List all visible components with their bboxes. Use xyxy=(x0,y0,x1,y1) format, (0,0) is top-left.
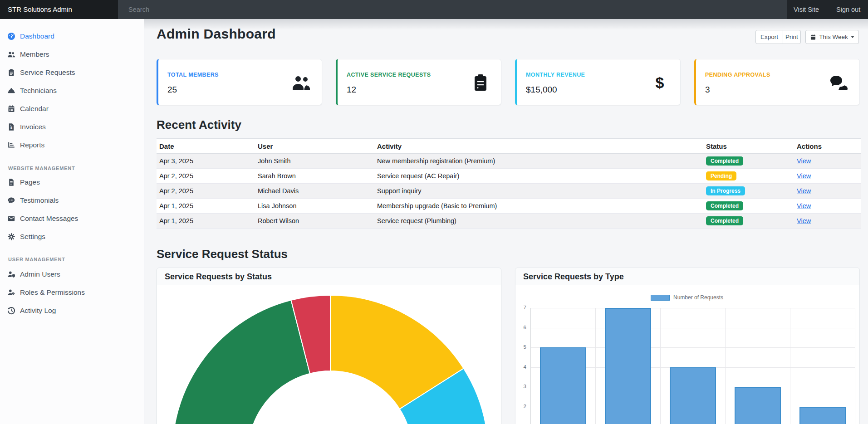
sign-out-link[interactable]: Sign out xyxy=(836,0,860,19)
sidebar-item-settings[interactable]: Settings xyxy=(0,228,144,246)
sidebar-item-service-requests[interactable]: Service Requests xyxy=(0,63,144,82)
stat-value: $15,000 xyxy=(526,85,557,95)
history-icon xyxy=(7,307,15,315)
visit-site-link[interactable]: Visit Site xyxy=(794,0,819,19)
period-label: This Week xyxy=(819,34,848,40)
period-dropdown-button[interactable]: This Week xyxy=(805,30,859,44)
sidebar-item-roles-permissions[interactable]: Roles & Permissions xyxy=(0,283,144,302)
cell-date: Apr 3, 2025 xyxy=(157,154,255,169)
recent-activity-heading: Recent Activity xyxy=(157,118,241,132)
search-input[interactable] xyxy=(118,0,787,19)
print-button[interactable]: Print xyxy=(783,30,801,44)
sidebar-item-label: Roles & Permissions xyxy=(20,283,85,302)
sidebar-item-activity-log[interactable]: Activity Log xyxy=(0,302,144,320)
page-title: Admin Dashboard xyxy=(157,26,276,42)
sidebar-item-label: Pages xyxy=(20,173,40,191)
view-link[interactable]: View xyxy=(797,157,811,165)
sidebar-item-technicians[interactable]: Technicians xyxy=(0,82,144,100)
sidebar-item-label: Technicians xyxy=(20,82,57,100)
view-link[interactable]: View xyxy=(797,202,811,210)
stat-value: 3 xyxy=(705,85,710,95)
cell-date: Apr 2, 2025 xyxy=(157,184,255,199)
users-icon xyxy=(292,73,311,92)
chart-title: Service Requests by Type xyxy=(515,268,859,285)
chart-card-requests-by-status: Service Requests by Status xyxy=(157,268,501,424)
sidebar-item-reports[interactable]: Reports xyxy=(0,136,144,154)
cell-activity: Membership upgrade (Basic to Premium) xyxy=(374,199,703,214)
cell-activity: Service request (AC Repair) xyxy=(374,169,703,184)
comments-icon xyxy=(829,73,848,92)
sidebar-section-website-management: WEBSITE MANAGEMENT xyxy=(8,166,135,171)
stat-card-active-service-requests: ACTIVE SERVICE REQUESTS 12 xyxy=(336,59,501,105)
sidebar-item-admin-users[interactable]: Admin Users xyxy=(0,265,144,283)
view-link[interactable]: View xyxy=(797,172,811,180)
dollar-sign-icon: $ xyxy=(650,73,669,92)
sidebar-item-label: Admin Users xyxy=(20,265,60,283)
column-header-date: Date xyxy=(157,139,255,154)
sidebar-section-user-management: USER MANAGEMENT xyxy=(8,257,135,262)
sidebar-item-members[interactable]: Members xyxy=(0,45,144,63)
cell-user: Lisa Johnson xyxy=(255,199,374,214)
status-badge: Completed xyxy=(706,201,743,210)
legend-swatch xyxy=(651,295,670,301)
table-row: Apr 2, 2025 Michael Davis Support inquir… xyxy=(157,184,861,199)
column-header-actions: Actions xyxy=(794,139,861,154)
comment-dots-icon xyxy=(7,196,15,205)
cell-user: John Smith xyxy=(255,154,374,169)
sidebar-item-label: Contact Messages xyxy=(20,210,78,228)
column-header-activity: Activity xyxy=(374,139,703,154)
stat-label: ACTIVE SERVICE REQUESTS xyxy=(347,72,431,78)
file-icon xyxy=(7,178,15,186)
top-navbar: STR Solutions Admin Visit Site Sign out xyxy=(0,0,868,19)
cell-activity: Service request (Plumbing) xyxy=(374,214,703,229)
chart-title: Service Requests by Status xyxy=(157,268,501,285)
export-button[interactable]: Export xyxy=(755,30,783,44)
sidebar: Dashboard Members Service Requests Techn… xyxy=(0,19,144,424)
status-badge: Completed xyxy=(706,156,743,166)
cell-user: Sarah Brown xyxy=(255,169,374,184)
brand[interactable]: STR Solutions Admin xyxy=(0,0,118,19)
calendar-icon xyxy=(810,34,816,40)
file-invoice-dollar-icon: $ xyxy=(7,123,15,131)
sidebar-item-testimonials[interactable]: Testimonials xyxy=(0,191,144,210)
clipboard-list-icon xyxy=(471,73,490,92)
sidebar-item-label: Reports xyxy=(20,136,44,154)
stat-label: PENDING APPROVALS xyxy=(705,72,770,78)
table-row: Apr 1, 2025 Robert Wilson Service reques… xyxy=(157,214,861,229)
table-row: Apr 3, 2025 John Smith New membership re… xyxy=(157,154,861,169)
stat-label: TOTAL MEMBERS xyxy=(167,72,219,78)
stat-value: 12 xyxy=(347,85,356,95)
sidebar-item-dashboard[interactable]: Dashboard xyxy=(0,27,144,45)
bar xyxy=(735,387,781,424)
stat-value: 25 xyxy=(167,85,177,95)
sidebar-item-pages[interactable]: Pages xyxy=(0,173,144,191)
bar-chart: 7654321 Number of Requests xyxy=(515,285,859,424)
user-tag-icon xyxy=(7,288,15,297)
service-request-status-heading: Service Request Status xyxy=(157,247,288,261)
view-link[interactable]: View xyxy=(797,217,811,224)
doughnut-chart xyxy=(157,285,501,424)
sidebar-item-invoices[interactable]: $ Invoices xyxy=(0,118,144,136)
bar xyxy=(799,407,846,424)
legend-label: Number of Requests xyxy=(673,294,723,301)
sidebar-item-contact-messages[interactable]: Contact Messages xyxy=(0,210,144,228)
bar xyxy=(670,367,716,424)
status-badge: Completed xyxy=(706,216,743,225)
stat-label: MONTHLY REVENUE xyxy=(526,72,585,78)
user-shield-icon xyxy=(7,270,15,278)
bar xyxy=(605,308,651,424)
svg-text:$: $ xyxy=(10,126,13,130)
view-link[interactable]: View xyxy=(797,187,811,195)
stat-card-monthly-revenue: MONTHLY REVENUE $15,000 $ xyxy=(515,59,681,105)
chart-bar-icon xyxy=(7,141,15,149)
calendar-icon xyxy=(7,105,15,113)
sidebar-item-label: Invoices xyxy=(20,118,46,136)
table-header-row: Date User Activity Status Actions xyxy=(157,139,861,154)
stat-card-pending-approvals: PENDING APPROVALS 3 xyxy=(694,59,860,105)
status-badge: In Progress xyxy=(706,186,745,195)
caret-down-icon xyxy=(851,36,854,38)
sidebar-item-label: Settings xyxy=(20,228,45,246)
sidebar-item-calendar[interactable]: Calendar xyxy=(0,100,144,118)
sidebar-item-label: Activity Log xyxy=(20,302,56,320)
envelope-icon xyxy=(7,214,15,223)
